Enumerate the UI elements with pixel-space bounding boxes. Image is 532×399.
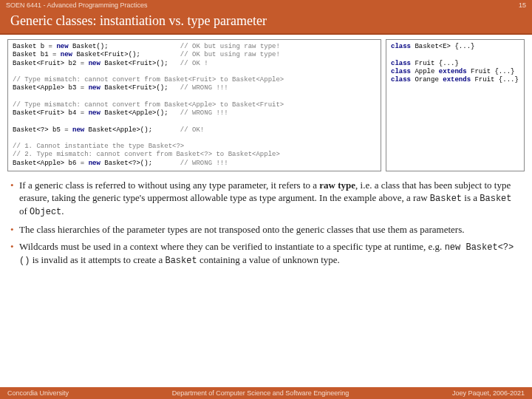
code-area: Basket b = new Basket(); // OK but using… [0,35,532,174]
bullet-1: If a generic class is referred to withou… [10,179,522,219]
top-header: SOEN 6441 - Advanced Programming Practic… [0,0,532,10]
code-left: Basket b = new Basket(); // OK but using… [7,39,381,171]
bullet-list: If a generic class is referred to withou… [0,174,532,267]
course-label: SOEN 6441 - Advanced Programming Practic… [6,1,148,9]
code-right: class Basket<E> {...} class Fruit {...} … [386,39,525,171]
slide-title: Generic classes: instantiation vs. type … [0,10,532,35]
bullet-2: The class hierarchies of the parameter t… [10,223,522,236]
page-number: 15 [519,1,526,9]
bullet-3: Wildcards must be used in a context wher… [10,240,522,267]
footer-left: Concordia University [7,389,69,397]
footer-center: Department of Computer Science and Softw… [172,389,349,397]
footer-right: Joey Paquet, 2006-2021 [452,389,525,397]
footer: Concordia University Department of Compu… [0,387,532,399]
